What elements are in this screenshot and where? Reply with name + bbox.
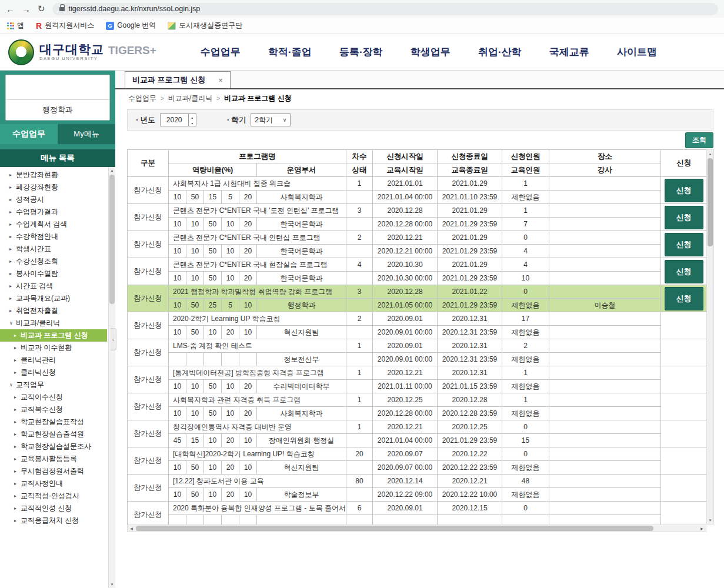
sidebar-item[interactable]: ▸취업전자출결 [0,305,107,317]
apply-button[interactable]: 신청 [665,260,703,283]
program-row[interactable]: 참가신청 콘텐츠 전문가 C*ENTER 국내 현장실습 프로그램 4 2020… [128,258,707,272]
arrow-right-icon: ▸ [9,308,16,313]
scroll-thumb[interactable] [109,175,115,304]
sidebar-subitem[interactable]: ▸학교현장실습설문조사 [0,440,107,453]
apply-button[interactable]: 신청 [665,287,703,310]
table-vertical-scrollbar[interactable]: ▲ ▼ [706,149,714,524]
sidebar-subitem[interactable]: ▸교직적성·인성검사 [0,490,107,502]
nav-item[interactable]: 취업·산학 [478,45,522,59]
nav-item[interactable]: 사이트맵 [617,45,657,59]
program-row-detail: 45 15 10 20 10 장애인위원회 행정실 2021.01.04 00:… [128,434,707,447]
search-button[interactable]: 조회 [685,132,713,148]
program-row[interactable]: 참가신청 사회복지학과 관련 자격증 취득 프로그램 1 2020.12.25 … [128,393,707,407]
sidebar-subitem[interactable]: ▸클리닉신청 [0,366,107,379]
program-row[interactable]: 참가신청 콘텐츠 전문가 C*ENTER 국내 인턴십 프로그램 2 2020.… [128,231,707,245]
university-name[interactable]: 대구대학교 DAEGU UNIVERSITY [39,43,104,61]
year-spinner[interactable]: 2020 ▴ ▾ [160,113,196,126]
sidebar-item[interactable]: ▸분반강좌현황 [0,169,107,181]
apply-button[interactable]: 신청 [665,179,703,202]
program-name: 콘텐츠 전문가 C*ENTER 국내 '도전 인턴십' 프로그램 [169,204,346,218]
sidebar-item[interactable]: ▸폐강강좌현황 [0,181,107,193]
program-row[interactable]: 참가신청 LMS-줌 계정 확인 테스트 1 2020.09.01 2020.1… [128,339,707,353]
program-row[interactable]: 참가신청 [통계빅데이터전공] 방학집중형 자격증 프로그램 1 2020.12… [128,366,707,380]
sidebar-subitem[interactable]: ▸교직복수신청 [0,403,107,416]
program-row[interactable]: 참가신청 콘텐츠 전문가 C*ENTER 국내 '도전 인턴십' 프로그램 3 … [128,204,707,218]
program-row-detail: 10 50 25 5 10 행정학과 2021.01.05 00:00 2021… [128,299,707,312]
sidebar-subitem[interactable]: ▸비교과 이수현황 [0,342,107,354]
program-row[interactable]: 참가신청 2020 특화분야 융복합 인재양성 프로그램 - 토목 줄어서 6 … [128,502,707,515]
sidebar-subitem[interactable]: ▸무시험검정원서출력 [0,465,107,477]
sidebar-scrollbar[interactable]: ▲ ▼ [108,167,115,588]
program-instructor [549,434,661,447]
nav-item[interactable]: 수업업무 [201,45,241,59]
refresh-icon[interactable]: ↻ [38,4,45,14]
breadcrumb-item[interactable]: 수업업무 [128,93,156,103]
sidebar-subitem[interactable]: ▸교직사정안내 [0,477,107,490]
sidebar-item[interactable]: ▸수강신청조회 [0,255,107,268]
bookmark-remote-support[interactable]: R 원격지원서비스 [36,21,94,31]
program-row[interactable]: 참가신청 청각장애인통역사 자격증 대비반 운영 1 2020.12.21 20… [128,420,707,434]
scroll-right-icon[interactable]: ▶ [698,525,706,532]
sidebar-group[interactable]: ∨교직업무 [0,379,107,391]
forward-icon[interactable]: → [22,4,31,14]
program-dept [257,515,346,525]
col-header-apply: 신청 [661,150,706,177]
sidebar-subitem[interactable]: ▸교육봉사활동등록 [0,453,107,465]
close-icon[interactable]: × [218,76,223,85]
sidebar-subitem[interactable]: ▸교직응급처치 신청 [0,514,107,527]
table-horizontal-scrollbar[interactable]: ◀ ▶ [127,524,706,532]
program-row[interactable]: 참가신청 [대학혁신]2020-2학기 Learning UP! 학습코칭 20… [128,447,707,461]
back-icon[interactable]: ← [6,4,15,14]
sidebar-subitem[interactable]: ▸비교과 프로그램 신청 [0,329,107,342]
program-row[interactable]: 참가신청 2020-2학기 Learning UP 학습코칭 2 2020.09… [128,312,707,326]
university-logo-icon[interactable] [8,39,34,65]
scroll-thumb[interactable] [136,526,653,531]
sidebar-item[interactable]: ▸수강학점안내 [0,230,107,243]
scroll-down-icon[interactable]: ▼ [707,516,713,524]
apply-button[interactable]: 신청 [665,233,703,256]
breadcrumb-item[interactable]: 비교과 프로그램 신청 [224,93,292,103]
apply-start-date: 2020.12.14 [373,475,438,488]
program-row[interactable]: 참가신청 2021 행정학과 학과밀착형 취업역량 강화 프로그램 3 2020… [128,285,707,299]
sidebar-subitem[interactable]: ▸교직이수신청 [0,391,107,403]
spinner-up-icon[interactable]: ▴ [189,114,196,120]
sidebar-collapse-handle[interactable]: ‹ [111,328,116,350]
bookmark-research-center[interactable]: 도시재생실증연구단 [168,21,242,31]
sidebar-subitem[interactable]: ▸교직적인성 신청 [0,502,107,514]
sidebar-subitem[interactable]: ▸학교현장실습표작성 [0,416,107,428]
nav-item[interactable]: 학생업무 [411,45,451,59]
program-row[interactable]: 참가신청 사회복지사 1급 시험대비 집중 워크숍 1 2021.01.01 2… [128,177,707,191]
bookmark-google-translate[interactable]: G Google 번역 [106,21,156,31]
sidebar-item[interactable]: ▸학생시간표 [0,243,107,255]
sidebar-item[interactable]: ▸성적공시 [0,193,107,206]
sidebar-item[interactable]: ▸시간표 검색 [0,280,107,292]
scroll-left-icon[interactable]: ◀ [128,525,135,532]
breadcrumb-item[interactable]: 비교과/클리닉 [168,93,212,103]
bookmark-apps[interactable]: 앱 [7,21,24,31]
semester-select[interactable]: 2학기 ∨ [251,113,291,126]
tab-class-work[interactable]: 수업업무 [0,124,58,144]
scroll-thumb[interactable] [708,158,713,246]
spinner-buttons[interactable]: ▴ ▾ [188,114,196,126]
apply-button[interactable]: 신청 [665,206,703,229]
sidebar-subitem[interactable]: ▸학교현장실습출석원 [0,428,107,440]
nav-item[interactable]: 국제교류 [549,45,589,59]
spinner-down-icon[interactable]: ▾ [189,120,196,126]
sidebar-item[interactable]: ▸교과목개요(교과) [0,292,107,305]
apply-end-date: 2020.12.31 [438,312,502,326]
sidebar-group[interactable]: ∨비교과/클리닉 [0,317,107,329]
tab-program-application[interactable]: 비교과 프로그램 신청 × [125,71,231,88]
program-row[interactable]: 참가신청 [12.22] 창파도서관 이용 교육 80 2020.12.14 2… [128,475,707,488]
address-bar[interactable]: tigersstd.daegu.ac.kr/nxrun/ssoLogin.jsp [52,3,718,15]
tab-my-menu[interactable]: My메뉴 [58,124,115,144]
sidebar-subitem[interactable]: ▸클리닉관리 [0,354,107,366]
sidebar-item[interactable]: ▸봉사이수열람 [0,268,107,280]
nav-item[interactable]: 학적·졸업 [268,45,312,59]
nav-item[interactable]: 등록·장학 [339,45,383,59]
scroll-up-icon[interactable]: ▲ [707,150,713,158]
scroll-down-icon[interactable]: ▼ [109,581,115,588]
scroll-up-icon[interactable]: ▲ [109,167,115,174]
arrow-right-icon: ▸ [14,432,21,437]
sidebar-item[interactable]: ▸수업계획서 검색 [0,218,107,230]
sidebar-item[interactable]: ▸수업평가결과 [0,206,107,218]
